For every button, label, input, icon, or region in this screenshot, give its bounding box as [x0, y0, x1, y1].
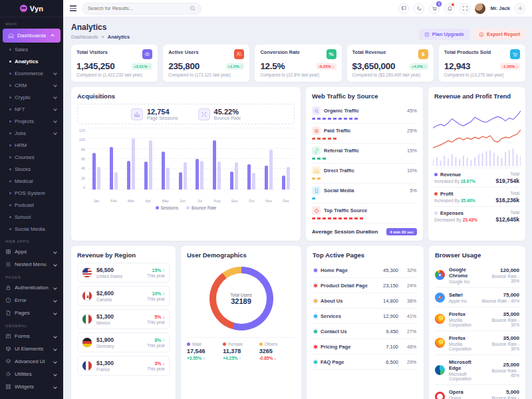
- plan-upgrade-button[interactable]: Plan Upgrade: [419, 29, 469, 40]
- traffic-progress-bar: [312, 198, 317, 200]
- sidebar-subitem-courses[interactable]: Courses: [0, 151, 63, 163]
- browser-row-google-chrome: Google ChromeGoogle Inc120,000Bounce Rat…: [435, 263, 519, 288]
- sidebar-subitem-analytics[interactable]: Analytics: [0, 55, 63, 67]
- notifications-button[interactable]: [444, 3, 455, 14]
- sidebar-item-widgets[interactable]: Widgets: [0, 380, 63, 393]
- sidebar-toggle-icon[interactable]: [70, 5, 76, 11]
- export-report-button[interactable]: Export Report: [473, 29, 525, 40]
- sidebar-subitem-pos-system[interactable]: POS System: [0, 187, 63, 199]
- region-row-united-states: $6,500United States15% ↑This year: [77, 263, 170, 283]
- search-icon: [314, 108, 319, 114]
- bar-bounce-rate: [166, 168, 170, 190]
- sidebar-item-advanced-ui[interactable]: Advanced UI: [0, 355, 63, 368]
- demographic-others: Others3265-0.85% ↓: [259, 342, 295, 360]
- cart-badge: 5: [436, 1, 442, 7]
- fullscreen-button[interactable]: [460, 3, 470, 14]
- search-input[interactable]: [88, 5, 186, 11]
- trend-total-value: $19,754k: [496, 178, 519, 184]
- settings-gear-button[interactable]: [515, 3, 525, 14]
- sidebar-subitem-ecommerce[interactable]: Ecommerce: [0, 67, 63, 79]
- sidebar-subitem-stocks[interactable]: Stocks: [0, 163, 63, 175]
- sidebar-subitem-crypto[interactable]: Crypto: [0, 91, 63, 103]
- sidebar-item-utilities[interactable]: Utilities: [0, 368, 63, 380]
- sidebar-item-label: Advanced UI: [15, 358, 51, 364]
- bullet-icon: [9, 168, 11, 170]
- sidebar-item-nested-menu[interactable]: Nested Menu: [0, 258, 63, 271]
- sidebar-item-dashboards[interactable]: Dashboards: [3, 29, 61, 43]
- region-revenue: $6,500: [96, 267, 122, 273]
- bar-sessions: [196, 159, 199, 190]
- sidebar-subitem-label: CRM: [15, 82, 51, 88]
- browser-users: 35,000: [486, 335, 519, 341]
- breadcrumb-separator: »: [102, 34, 104, 40]
- breadcrumb-parent[interactable]: Dashboards: [71, 34, 98, 40]
- trend-stats: RevenueIncreased By 18.67%Total$19,754kP…: [434, 168, 519, 225]
- language-flag-button[interactable]: [398, 3, 409, 14]
- sidebar-subitem-school[interactable]: School: [0, 211, 63, 223]
- sidebar-item-label: Authentication: [15, 285, 51, 291]
- sidebar-subitem-crm[interactable]: CRM: [0, 79, 63, 91]
- target-icon: [312, 126, 321, 135]
- sidebar-subitem-projects[interactable]: Projects: [0, 115, 63, 127]
- sidebar-section-label: PAGES: [0, 271, 63, 281]
- page-views: 6,500: [376, 359, 398, 365]
- browser-company: Mozilla Corporation: [449, 318, 482, 327]
- sidebar-item-forms[interactable]: Forms: [0, 330, 63, 342]
- global-search[interactable]: [82, 3, 201, 15]
- browser-company: Google Inc: [449, 279, 482, 284]
- page-name: Pricing Page: [321, 344, 372, 350]
- traffic-label: Organic Traffic: [324, 108, 404, 114]
- bullet-icon: [9, 120, 11, 122]
- sidebar-subitem-sales[interactable]: Sales: [0, 43, 63, 55]
- x-tick: Mar: [122, 199, 140, 203]
- traffic-progress-bar: [312, 178, 323, 180]
- sidebar-subitem-social-media[interactable]: Social Media: [0, 223, 63, 235]
- bar-bounce-rate: [269, 150, 273, 190]
- sidebar-subitem-podcast[interactable]: Podcast: [0, 199, 63, 211]
- bullet-icon: [9, 108, 11, 110]
- sidebar-subitem-nft[interactable]: NFT: [0, 103, 63, 115]
- page-dot: [314, 269, 317, 272]
- sidebar-subitem-label: Stocks: [15, 166, 58, 172]
- demographic-change: +4.25% ↑: [223, 356, 259, 360]
- sidebar-subitem-jobs[interactable]: Jobs: [0, 127, 63, 139]
- acquisitions-card: Acquisitions 12,754Page Sessions45.22%Bo…: [71, 87, 301, 241]
- sidebar-item-pages[interactable]: Pages: [0, 307, 63, 319]
- page-rate: 24%: [402, 283, 416, 288]
- chevron-icon: [53, 286, 57, 290]
- bar-group-aug: [208, 128, 225, 190]
- browser-usage-card: Browser Usage Google ChromeGoogle Inc120…: [429, 246, 525, 399]
- trend-stat-name: Revenue: [434, 172, 475, 178]
- acquisitions-stats: 12,754Page Sessions45.22%Bounce Rate: [77, 104, 295, 124]
- dark-mode-toggle[interactable]: [414, 3, 424, 14]
- revenue-trend-card: Revenue and Profit Trend RevenueIncrease…: [428, 87, 525, 241]
- region-country: France: [96, 367, 114, 372]
- traffic-value: 25%: [407, 128, 417, 134]
- chevron-icon: [53, 360, 57, 364]
- us-flag-icon: [82, 267, 92, 278]
- region-period: This year: [147, 273, 165, 278]
- user-avatar[interactable]: [475, 3, 485, 14]
- sidebar-item-label: Widgets: [15, 384, 51, 390]
- x-tick: May: [157, 199, 174, 203]
- legend-dot: [223, 342, 226, 346]
- page-views: 12,900: [376, 313, 398, 319]
- web-traffic-title: Web Traffic by Source: [312, 92, 417, 100]
- region-country: Germany: [96, 344, 114, 348]
- traffic-value: 45%: [407, 108, 417, 114]
- bullet-icon: [9, 84, 11, 86]
- sidebar-subitem-hrm[interactable]: HRM: [0, 139, 63, 151]
- traffic-value: 15%: [407, 148, 417, 154]
- breadcrumb: Dashboards » Analytics: [71, 34, 130, 40]
- session-duration-badge: 4 min 20 sec: [386, 228, 417, 235]
- cart-button[interactable]: 5: [429, 3, 440, 14]
- app-logo[interactable]: Vyn: [0, 0, 63, 17]
- traffic-row-direct-traffic: Direct Traffic10%: [312, 164, 417, 184]
- sidebar-item-ui-elements[interactable]: Ui Elements: [0, 342, 63, 355]
- file-icon: [5, 310, 11, 316]
- acquisitions-bar-chart: 120100806040200: [77, 128, 295, 199]
- sidebar-item-error[interactable]: Error: [0, 294, 63, 307]
- sidebar-subitem-medical[interactable]: Medical: [0, 175, 63, 187]
- sidebar-item-apps[interactable]: Apps: [0, 245, 63, 258]
- sidebar-item-authentication[interactable]: Authentication: [0, 281, 63, 294]
